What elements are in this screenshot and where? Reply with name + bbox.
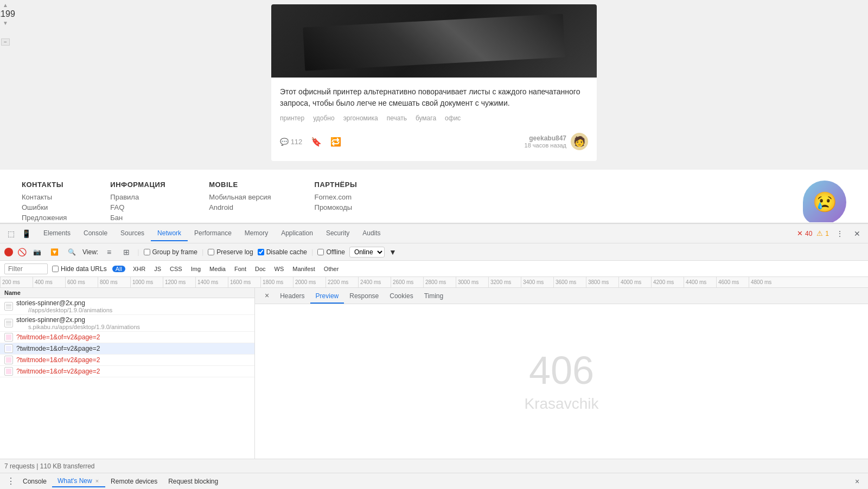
post-body: Этот офисный принтер альтернативно повор… [271,78,597,161]
footer-col-title-info: ИНФОРМАЦИЯ [110,181,165,189]
comment-icon[interactable]: 💬 112 [280,138,302,146]
tag-udobno[interactable]: удобно [313,114,334,122]
footer-mascot: 😢 [803,181,846,222]
footer-col-info: ИНФОРМАЦИЯ Правила FAQ Бан [110,181,165,222]
footer-col-title-partners: ПАРТНЁРЫ [315,181,358,189]
footer-link-fornex[interactable]: Fornex.com [315,193,358,201]
footer-link-promokody[interactable]: Промокоды [315,203,358,211]
post-footer: 💬 112 🔖 🔁 geekabu847 18 часов назад 🧑 [280,128,588,152]
post-text: Этот офисный принтер альтернативно повор… [280,86,588,109]
footer-link-contacts[interactable]: Контакты [22,193,67,201]
page-area: Этот офисный принтер альтернативно повор… [0,0,868,222]
footer-col-partners: ПАРТНЁРЫ Fornex.com Промокоды [315,181,358,222]
tag-bumaga[interactable]: бумага [416,114,436,122]
footer-link-errors[interactable]: Ошибки [22,203,67,211]
footer-link-faq[interactable]: FAQ [110,203,165,211]
share-icon[interactable]: 🔁 [330,137,341,147]
post-author: geekabu847 18 часов назад 🧑 [525,133,588,150]
post-tags: принтер удобно эргономика печать бумага … [280,114,588,122]
scroll-down-arrow[interactable]: ▼ [3,20,8,26]
scroll-minus-button[interactable]: − [1,38,10,46]
footer-link-mobile-version[interactable]: Мобильная версия [209,193,271,201]
tag-ergonomika[interactable]: эргономика [343,114,378,122]
footer-col-title-contacts: КОНТАКТЫ [22,181,67,189]
footer-col-title-mobile: MOBILE [209,181,271,189]
avatar: 🧑 [571,133,588,150]
site-footer: КОНТАКТЫ Контакты Ошибки Предложения ИНФ… [0,170,868,222]
tag-printer[interactable]: принтер [280,114,304,122]
tag-pechat[interactable]: печать [387,114,407,122]
footer-link-ban[interactable]: Бан [110,214,165,222]
post-actions: 💬 112 🔖 🔁 [280,137,341,147]
footer-col-contacts: КОНТАКТЫ Контакты Ошибки Предложения [22,181,67,222]
footer-col-mobile: MOBILE Мобильная версия Android [209,181,271,222]
save-icon[interactable]: 🔖 [311,137,322,147]
author-name[interactable]: geekabu847 [525,134,566,142]
footer-link-rules[interactable]: Правила [110,193,165,201]
post-card: Этот офисный принтер альтернативно повор… [271,4,597,161]
scroll-indicator: ▲ 2199 ▼ − [0,0,11,46]
footer-link-android[interactable]: Android [209,203,271,211]
tag-ofis[interactable]: офис [445,114,461,122]
post-time: 18 часов назад [525,142,566,149]
scroll-number: 2199 [0,9,15,19]
comment-count: 112 [291,138,303,146]
post-image [271,4,597,78]
scroll-up-arrow[interactable]: ▲ [3,2,8,8]
footer-link-suggestions[interactable]: Предложения [22,214,67,222]
